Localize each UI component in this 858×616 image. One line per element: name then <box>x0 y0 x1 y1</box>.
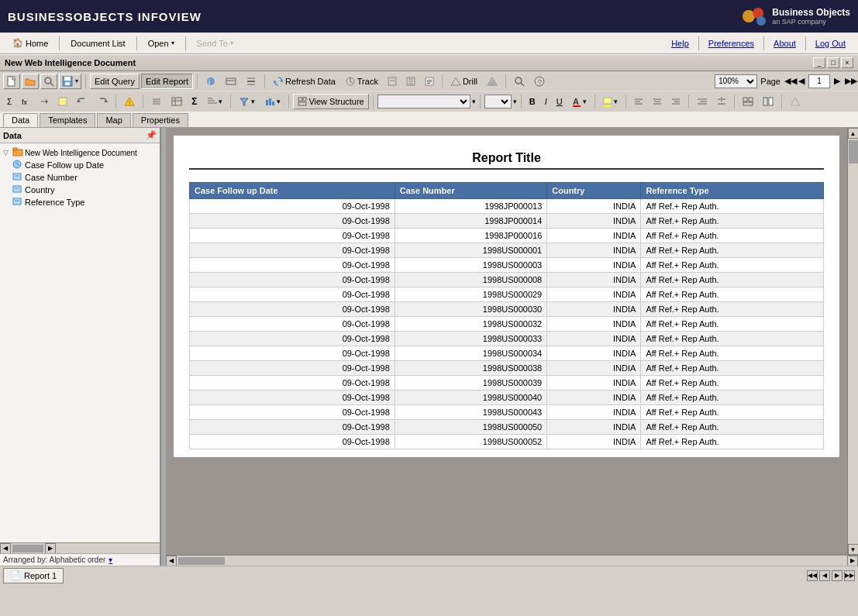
hscroll-left[interactable]: ◀ <box>0 543 11 554</box>
search-icon-btn[interactable] <box>510 74 529 89</box>
page-next-button[interactable]: ▶ <box>833 74 841 89</box>
nav-first-tab[interactable]: ◀◀ <box>807 570 818 581</box>
merge-btn[interactable] <box>739 94 757 109</box>
svg-rect-56 <box>266 100 268 105</box>
nav-document-list[interactable]: Document List <box>64 37 131 50</box>
report-page: Report Title Case Follow up Date Case Nu… <box>174 136 839 457</box>
hscroll-thumb2[interactable] <box>178 557 225 565</box>
page-input[interactable] <box>808 74 830 88</box>
report-icon[interactable] <box>421 74 438 89</box>
indent-btn[interactable] <box>693 94 712 109</box>
arrange-dropdown[interactable]: ▾ <box>109 556 112 564</box>
filter-btn[interactable]: ▾ <box>235 94 259 109</box>
vscroll-thumb[interactable] <box>849 140 858 163</box>
align-center-btn[interactable] <box>649 94 666 109</box>
nav-preferences[interactable]: Preferences <box>702 37 760 50</box>
chart-btn[interactable]: ▾ <box>260 94 284 109</box>
hscroll-right[interactable]: ▶ <box>45 543 56 554</box>
sep3 <box>264 74 265 88</box>
italic-button[interactable]: I <box>541 94 551 109</box>
toolbar-icon2[interactable] <box>222 74 240 89</box>
pattern-btn[interactable] <box>759 94 777 109</box>
find-button[interactable] <box>40 74 57 89</box>
tree-item-country[interactable]: Country <box>2 184 158 196</box>
refresh-data-button[interactable]: Refresh Data <box>269 74 339 89</box>
tree-item-icon-reftype <box>12 197 22 208</box>
nav-logout[interactable]: Log Out <box>809 37 852 50</box>
format-group1[interactable] <box>147 94 166 109</box>
tab-templates[interactable]: Templates <box>40 113 95 127</box>
toolbar-icon3[interactable] <box>242 74 260 89</box>
align-right-btn[interactable] <box>667 94 684 109</box>
save-button[interactable]: ▾ <box>59 74 81 89</box>
close-button[interactable]: × <box>841 57 853 68</box>
svg-rect-81 <box>743 98 747 102</box>
format-icon3[interactable] <box>36 94 53 109</box>
hscroll-left-btn[interactable]: ◀ <box>166 556 177 566</box>
vscroll-down[interactable]: ▼ <box>848 544 859 555</box>
page-first-button[interactable]: ◀◀ <box>784 74 794 89</box>
redo-button[interactable] <box>93 94 112 109</box>
page-last-button[interactable]: ▶▶ <box>844 74 855 89</box>
tree-item-date[interactable]: Case Follow up Date <box>2 159 158 171</box>
nav-prev-tab[interactable]: ◀ <box>819 570 830 581</box>
format-icon1[interactable]: Σ <box>3 94 16 109</box>
nav-about[interactable]: About <box>767 37 802 50</box>
bottom-tab-report1[interactable]: 📄 Report 1 <box>3 568 64 583</box>
drill-button[interactable]: Drill <box>446 74 481 89</box>
svg-rect-8 <box>65 82 70 85</box>
nav-open[interactable]: Open ▾ <box>142 37 181 50</box>
left-panel-hscrollbar[interactable]: ◀ ▶ <box>0 542 160 553</box>
view-structure-button[interactable]: View Structure <box>293 94 368 109</box>
underline-button[interactable]: U <box>553 94 567 109</box>
nav-sendto[interactable]: Send To ▾ <box>191 37 239 50</box>
undo-button[interactable] <box>73 94 91 109</box>
table-row: 09-Oct-19981998US000038INDIAAff Ref.+ Re… <box>190 361 824 376</box>
vscroll-up[interactable]: ▲ <box>848 128 859 139</box>
new-button[interactable] <box>3 74 20 89</box>
nav-last-tab[interactable]: ▶▶ <box>844 570 855 581</box>
svg-rect-49 <box>172 98 181 105</box>
zoom-select[interactable]: 100% <box>715 74 757 88</box>
align-left-btn[interactable] <box>630 94 647 109</box>
tab-map[interactable]: Map <box>97 113 130 127</box>
track-button[interactable]: Track <box>341 74 382 89</box>
bold-button[interactable]: B <box>525 94 539 109</box>
tree-root[interactable]: ▽ New Web Intelligence Document <box>2 146 158 159</box>
valign-btn[interactable] <box>713 94 730 109</box>
tree-item-reftype[interactable]: Reference Type <box>2 196 158 208</box>
pin-icon[interactable]: 📌 <box>146 130 157 140</box>
restore-button[interactable]: □ <box>827 57 839 68</box>
font-size-arrow2: ▾ <box>513 98 517 105</box>
table-cell: 09-Oct-1998 <box>190 214 395 229</box>
insert-table-btn[interactable] <box>167 94 186 109</box>
help-icon-btn[interactable]: ? <box>530 74 549 89</box>
format-icon4[interactable] <box>54 94 71 109</box>
page-prev-button[interactable]: ◀ <box>798 74 805 89</box>
table-cell: Aff Ref.+ Rep Auth. <box>641 302 824 317</box>
sort-btn[interactable]: ▾ <box>202 94 226 109</box>
nav-next-tab[interactable]: ▶ <box>832 570 842 581</box>
track-icon3[interactable] <box>402 74 419 89</box>
font-size-select[interactable] <box>484 95 512 108</box>
tree-item-casenumber[interactable]: Case Number <box>2 171 158 184</box>
drill-icon2[interactable] <box>483 74 501 89</box>
tab-data[interactable]: Data <box>3 113 38 127</box>
edit-report-button[interactable]: Edit Report <box>141 74 193 89</box>
minimize-button[interactable]: _ <box>813 57 825 68</box>
font-color-btn[interactable]: A ▾ <box>568 94 591 109</box>
nav-home[interactable]: 🏠 Home <box>6 36 54 50</box>
sigma-btn[interactable]: Σ <box>188 94 201 109</box>
edit-query-button[interactable]: Edit Query <box>90 74 140 89</box>
font-family-select[interactable] <box>377 95 470 108</box>
highlight-btn[interactable] <box>786 94 805 109</box>
alert-icon[interactable]: ! <box>120 94 139 109</box>
nav-help[interactable]: Help <box>665 37 695 50</box>
tab-properties[interactable]: Properties <box>133 113 188 127</box>
hscroll-right-btn[interactable]: ▶ <box>847 556 858 566</box>
open-button[interactable] <box>22 74 39 89</box>
bg-color-btn[interactable]: ▾ <box>599 94 622 109</box>
toolbar-icon1[interactable]: i <box>202 74 220 89</box>
track-icon2[interactable] <box>384 74 401 89</box>
format-icon2[interactable]: fx <box>17 94 34 109</box>
